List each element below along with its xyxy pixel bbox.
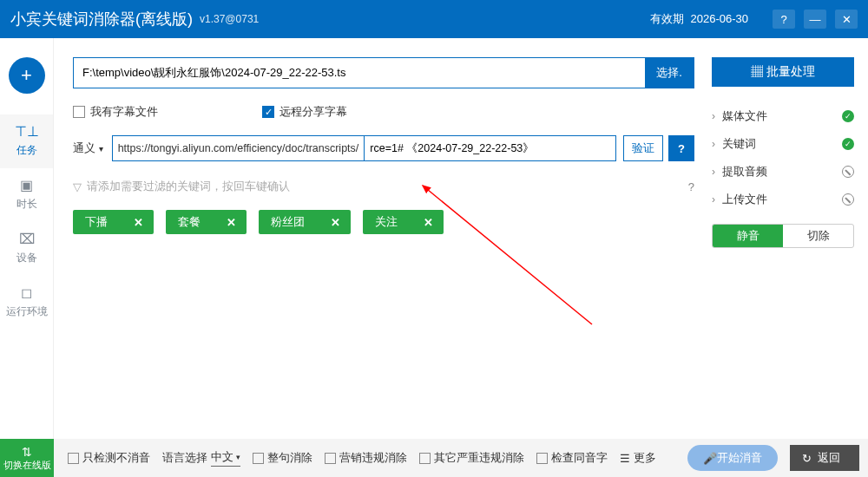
swap-icon: ⇅ bbox=[22, 445, 32, 459]
chevron-down-icon: ▾ bbox=[99, 144, 103, 154]
chip-label: 套餐 bbox=[166, 214, 216, 230]
check-icon: ✓ bbox=[842, 110, 854, 122]
start-button[interactable]: 🎤开始消音 bbox=[687, 445, 778, 471]
chip-remove-icon[interactable]: ✕ bbox=[413, 216, 444, 229]
nav-env[interactable]: ◻运行环境 bbox=[0, 276, 53, 330]
filter-row: ▽ 请添加需要过滤的关键词，按回车键确认 ? bbox=[73, 179, 694, 194]
check-icon: ✓ bbox=[842, 138, 854, 150]
main-panel: 选择. 我有字幕文件 ✓ 远程分享字幕 通义 ▾ https://tongyi.… bbox=[54, 38, 712, 439]
app-title: 小宾关键词消除器(离线版) bbox=[10, 9, 193, 29]
env-icon: ◻ bbox=[0, 284, 53, 301]
funnel-icon: ▽ bbox=[73, 180, 82, 193]
device-icon: ⌧ bbox=[0, 231, 53, 247]
chips-container: 下播✕套餐✕粉丝团✕关注✕ bbox=[73, 210, 694, 234]
keyword-chip: 关注✕ bbox=[363, 210, 444, 234]
chip-remove-icon[interactable]: ✕ bbox=[320, 216, 351, 229]
chevron-right-icon: › bbox=[712, 138, 715, 150]
mic-icon: 🎤 bbox=[703, 452, 717, 465]
nav-task[interactable]: ⊤⊥任务 bbox=[0, 114, 53, 168]
disabled-icon bbox=[842, 166, 854, 178]
chevron-right-icon: › bbox=[712, 110, 715, 122]
chevron-down-icon: ▾ bbox=[236, 453, 240, 461]
mode-cut[interactable]: 切除 bbox=[783, 225, 853, 247]
verify-button[interactable]: 验证 bbox=[623, 135, 663, 161]
close-button[interactable]: ✕ bbox=[835, 10, 858, 29]
nav-device[interactable]: ⌧设备 bbox=[0, 222, 53, 276]
url-bar: https://tongyi.aliyun.com/efficiency/doc… bbox=[112, 135, 616, 161]
file-row: 选择. bbox=[73, 57, 694, 88]
chip-label: 下播 bbox=[73, 214, 123, 230]
keyword-chip: 粉丝团✕ bbox=[259, 210, 351, 234]
footer-option[interactable]: 整句消除 bbox=[253, 450, 312, 466]
add-button[interactable]: + bbox=[9, 57, 45, 94]
share-label: 远程分享字幕 bbox=[279, 104, 347, 120]
disabled-icon bbox=[842, 193, 854, 206]
panel-item[interactable]: ›媒体文件✓ bbox=[712, 102, 854, 130]
duration-icon: ▣ bbox=[0, 177, 53, 193]
nav-duration[interactable]: ▣时长 bbox=[0, 168, 53, 222]
sidebar: + ⊤⊥任务 ▣时长 ⌧设备 ◻运行环境 bbox=[0, 38, 54, 439]
panel-item[interactable]: ›提取音频 bbox=[712, 158, 854, 186]
more-button[interactable]: ☰ 更多 bbox=[620, 450, 656, 466]
switch-online-button[interactable]: ⇅切换在线版 bbox=[0, 439, 54, 477]
filter-help-icon[interactable]: ? bbox=[688, 180, 694, 193]
field-help-button[interactable]: ? bbox=[668, 135, 694, 161]
lang-select[interactable]: 语言选择 中文 ▾ bbox=[162, 449, 240, 467]
subtitle-label: 我有字幕文件 bbox=[90, 104, 158, 120]
footer-option[interactable]: 其它严重违规消除 bbox=[419, 450, 524, 466]
panel-item[interactable]: ›上传文件 bbox=[712, 186, 854, 213]
titlebar: 小宾关键词消除器(离线版) v1.37@0731 有效期 2026-06-30 … bbox=[0, 0, 868, 38]
keyword-chip: 下播✕ bbox=[73, 210, 154, 234]
chevron-right-icon: › bbox=[712, 166, 715, 178]
filter-hint[interactable]: 请添加需要过滤的关键词，按回车键确认 bbox=[87, 179, 688, 194]
url-prefix: https://tongyi.aliyun.com/efficiency/doc… bbox=[113, 136, 365, 160]
choose-button[interactable]: 选择. bbox=[645, 58, 694, 88]
minimize-button[interactable]: — bbox=[804, 10, 826, 29]
footer-option[interactable]: 营销违规消除 bbox=[325, 450, 407, 466]
valid-period: 有效期 2026-06-30 bbox=[650, 11, 748, 27]
url-input[interactable] bbox=[365, 136, 615, 160]
task-icon: ⊤⊥ bbox=[0, 123, 53, 140]
footer: ⇅切换在线版 只检测不消音 语言选择 中文 ▾ 整句消除营销违规消除其它严重违规… bbox=[0, 439, 868, 477]
subtitle-checkbox[interactable] bbox=[73, 106, 85, 118]
app-version: v1.37@0731 bbox=[200, 13, 259, 25]
share-checkbox[interactable]: ✓ bbox=[262, 106, 274, 118]
engine-select[interactable]: 通义 ▾ bbox=[73, 140, 103, 156]
detect-only-checkbox[interactable]: 只检测不消音 bbox=[68, 450, 150, 466]
undo-icon: ↻ bbox=[802, 452, 812, 465]
chevron-right-icon: › bbox=[712, 193, 715, 206]
annotation-arrow bbox=[410, 168, 635, 342]
back-button[interactable]: ↻ 返回 bbox=[790, 445, 859, 471]
chip-label: 粉丝团 bbox=[259, 214, 320, 230]
mode-mute[interactable]: 静音 bbox=[713, 225, 783, 247]
batch-button[interactable]: ▦ 批量处理 bbox=[712, 57, 854, 87]
svg-line-0 bbox=[423, 186, 592, 324]
help-button[interactable]: ? bbox=[773, 10, 795, 29]
panel-item[interactable]: ›关键词✓ bbox=[712, 130, 854, 158]
chip-remove-icon[interactable]: ✕ bbox=[216, 216, 247, 229]
right-panel: ▦ 批量处理 ›媒体文件✓›关键词✓›提取音频›上传文件 静音 切除 bbox=[712, 38, 868, 439]
keyword-chip: 套餐✕ bbox=[166, 210, 247, 234]
file-path-input[interactable] bbox=[74, 58, 645, 88]
chip-remove-icon[interactable]: ✕ bbox=[123, 216, 154, 229]
footer-option[interactable]: 检查同音字 bbox=[536, 450, 608, 466]
mode-segment[interactable]: 静音 切除 bbox=[712, 224, 854, 248]
chip-label: 关注 bbox=[363, 214, 413, 230]
settings-icon: ☰ bbox=[620, 452, 630, 465]
